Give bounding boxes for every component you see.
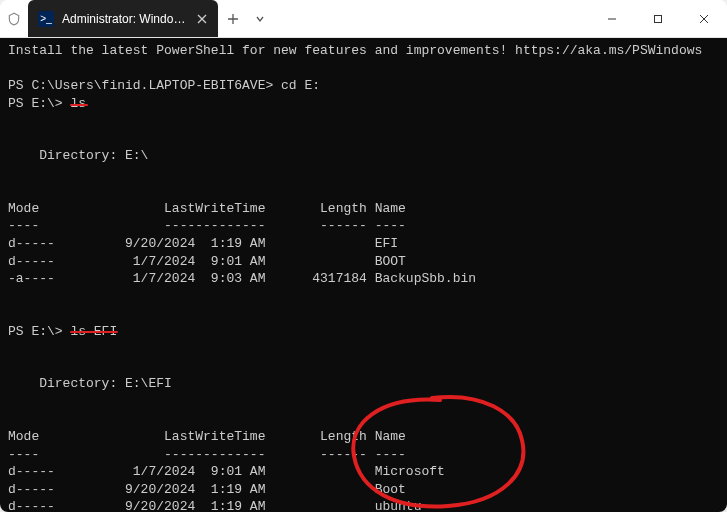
powershell-icon: >_	[38, 11, 54, 27]
window-controls	[589, 0, 727, 37]
maximize-button[interactable]	[635, 0, 681, 37]
tab-dropdown-button[interactable]	[248, 0, 272, 37]
shield-icon	[0, 12, 28, 26]
svg-rect-0	[655, 15, 662, 22]
minimize-button[interactable]	[589, 0, 635, 37]
terminal-text: Install the latest PowerShell for new fe…	[8, 42, 719, 512]
titlebar: >_ Administrator: Windows Powe	[0, 0, 727, 38]
close-tab-button[interactable]	[194, 11, 210, 27]
tab-title: Administrator: Windows Powe	[62, 12, 186, 26]
new-tab-button[interactable]	[218, 0, 248, 37]
terminal-body[interactable]: Install the latest PowerShell for new fe…	[0, 38, 727, 512]
terminal-window: >_ Administrator: Windows Powe Install t…	[0, 0, 727, 512]
close-window-button[interactable]	[681, 0, 727, 37]
active-tab[interactable]: >_ Administrator: Windows Powe	[28, 0, 218, 37]
